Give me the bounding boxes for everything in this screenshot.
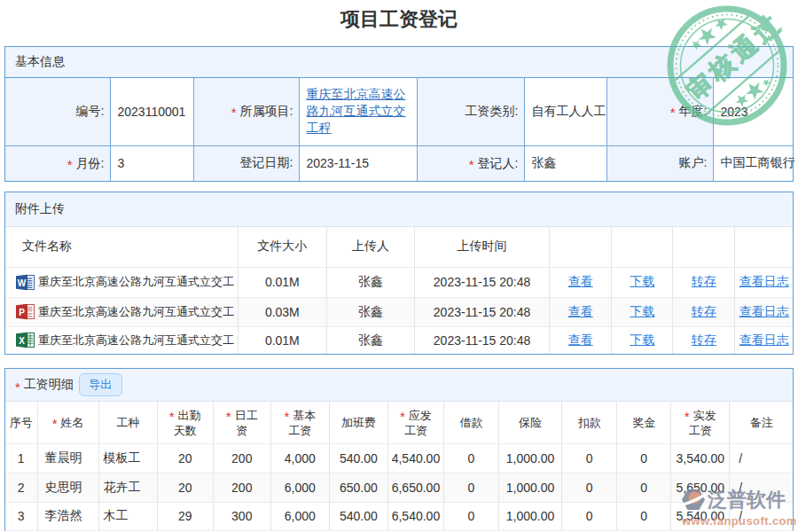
svg-text:W: W: [18, 278, 27, 287]
svg-text:P: P: [19, 308, 25, 317]
svg-text:X: X: [19, 336, 25, 346]
